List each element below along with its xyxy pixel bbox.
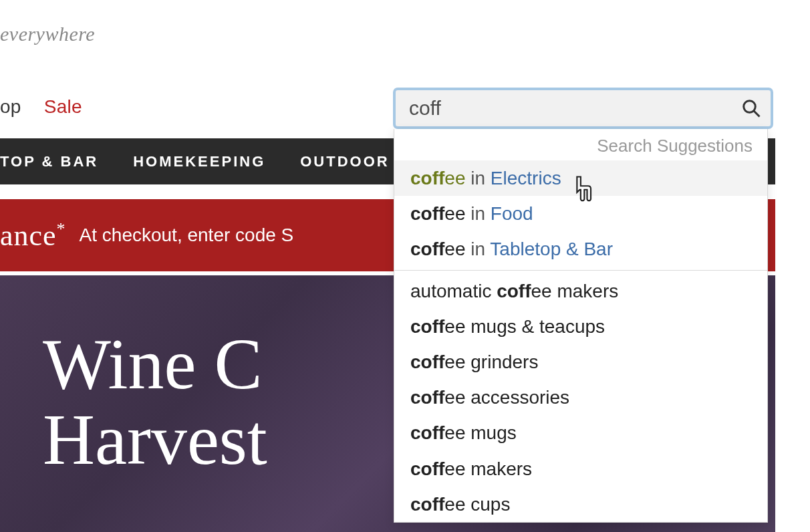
cat-homekeeping[interactable]: HOMEKEEPING <box>133 153 265 170</box>
promo-subtext: At checkout, enter code S <box>66 225 294 246</box>
svg-point-0 <box>744 101 756 113</box>
suggestions-header: Search Suggestions <box>394 129 767 160</box>
promo-headline: ance* <box>0 219 66 253</box>
suggestion-item[interactable]: coffee mugs & teacups <box>394 309 767 344</box>
search-input[interactable] <box>409 97 741 120</box>
search-icon[interactable] <box>741 98 761 118</box>
cat-tabletop-bar[interactable]: TOP & BAR <box>0 153 98 170</box>
suggestion-category-item[interactable]: coffee in Electrics <box>394 160 767 196</box>
logo-tagline: everywhere <box>0 23 95 45</box>
suggestion-category-item[interactable]: coffee in Food <box>394 196 767 231</box>
cat-outdoor[interactable]: OUTDOOR <box>300 153 389 170</box>
svg-line-1 <box>754 111 760 117</box>
suggestion-item[interactable]: coffee makers <box>394 451 767 487</box>
suggestion-item[interactable]: coffee cups <box>394 487 767 522</box>
search-container: Search Suggestions coffee in Electrics c… <box>393 88 773 129</box>
suggestion-item[interactable]: coffee grinders <box>394 344 767 380</box>
suggestion-divider <box>394 270 767 271</box>
suggestion-item[interactable]: coffee accessories <box>394 380 767 415</box>
top-nav: op Sale <box>0 96 82 118</box>
nav-sale[interactable]: Sale <box>44 96 82 118</box>
suggestion-item[interactable]: coffee mugs <box>394 415 767 450</box>
asterisk-icon: * <box>57 219 66 239</box>
nav-shop[interactable]: op <box>0 96 21 118</box>
suggestion-item[interactable]: automatic coffee makers <box>394 273 767 309</box>
search-box <box>393 88 773 129</box>
search-suggestions-dropdown: Search Suggestions coffee in Electrics c… <box>394 129 768 523</box>
suggestion-category-item[interactable]: coffee in Tabletop & Bar <box>394 231 767 267</box>
